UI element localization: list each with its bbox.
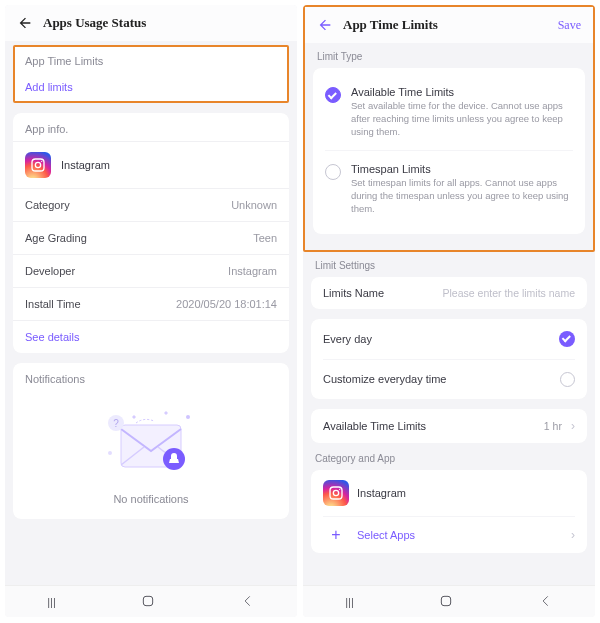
svg-point-11	[333, 490, 338, 495]
limit-settings-label: Limit Settings	[315, 260, 583, 271]
app-time-limits-card: App Time Limits Add limits	[13, 45, 289, 103]
save-button[interactable]: Save	[558, 18, 581, 33]
radio-unchecked-icon	[325, 164, 341, 180]
check-circle-icon	[559, 331, 575, 347]
app-time-limits-screen: App Time Limits Save Limit Type Availabl…	[303, 5, 595, 617]
limits-name-label: Limits Name	[323, 287, 384, 299]
schedule-card: Every day Customize everyday time	[311, 319, 587, 399]
svg-rect-13	[442, 596, 451, 605]
add-limits-link[interactable]: Add limits	[25, 81, 277, 93]
radio-checked-icon	[325, 87, 341, 103]
recents-icon[interactable]: |||	[345, 596, 354, 608]
customize-time-row[interactable]: Customize everyday time	[323, 359, 575, 399]
option-available-time[interactable]: Available Time Limits Set available time…	[325, 78, 573, 146]
svg-rect-10	[330, 487, 342, 499]
back-icon[interactable]	[317, 17, 333, 33]
svg-rect-0	[32, 159, 44, 171]
chevron-right-icon: ›	[571, 528, 575, 542]
category-app-card: Instagram + Select Apps ›	[311, 470, 587, 553]
option-timespan[interactable]: Timespan Limits Set timespan limits for …	[325, 150, 573, 223]
home-icon[interactable]	[140, 593, 156, 611]
app-name: Instagram	[61, 159, 277, 171]
svg-point-8	[108, 451, 112, 455]
available-time-row[interactable]: Available Time Limits 1 hr ›	[311, 409, 587, 443]
svg-point-7	[186, 415, 190, 419]
available-time-value: 1 hr	[544, 420, 562, 432]
table-row: Developer Instagram	[13, 254, 289, 287]
recents-icon[interactable]: |||	[47, 596, 56, 608]
header: App Time Limits Save	[305, 7, 593, 43]
svg-text:?: ?	[113, 418, 119, 429]
no-notifications-text: No notifications	[113, 493, 188, 505]
limit-type-card: Available Time Limits Set available time…	[313, 68, 585, 234]
empty-notifications-illustration: ? No notifications	[13, 385, 289, 519]
plus-icon: +	[323, 527, 349, 543]
table-row: Age Grading Teen	[13, 221, 289, 254]
select-apps-row[interactable]: + Select Apps ›	[323, 516, 575, 553]
app-info-card: App info. Instagram Category Unknown Age…	[13, 113, 289, 353]
android-nav-bar: |||	[303, 585, 595, 617]
limits-name-input[interactable]: Please enter the limits name	[443, 287, 575, 299]
instagram-icon	[323, 480, 349, 506]
table-row: Category Unknown	[13, 188, 289, 221]
back-icon[interactable]	[17, 15, 33, 31]
back-nav-icon[interactable]	[241, 594, 255, 610]
limit-type-highlight: App Time Limits Save Limit Type Availabl…	[303, 5, 595, 252]
table-row: Install Time 2020/05/20 18:01:14	[13, 287, 289, 320]
app-time-limits-title: App Time Limits	[25, 55, 277, 67]
apps-usage-screen: Apps Usage Status App Time Limits Add li…	[5, 5, 297, 617]
available-time-label: Available Time Limits	[323, 420, 426, 432]
limit-type-label: Limit Type	[317, 51, 581, 62]
every-day-row[interactable]: Every day	[323, 319, 575, 359]
back-nav-icon[interactable]	[539, 594, 553, 610]
app-name: Instagram	[357, 487, 406, 499]
instagram-icon	[25, 152, 51, 178]
select-apps-label: Select Apps	[357, 529, 557, 541]
notifications-card: Notifications ? No notifications	[13, 363, 289, 519]
category-app-label: Category and App	[315, 453, 583, 464]
radio-unchecked-icon	[560, 372, 575, 387]
chevron-right-icon: ›	[571, 419, 575, 433]
svg-point-12	[339, 489, 340, 490]
home-icon[interactable]	[438, 593, 454, 611]
svg-point-2	[41, 161, 42, 162]
page-title: App Time Limits	[343, 17, 548, 33]
svg-point-1	[35, 162, 40, 167]
app-info-header: Instagram	[13, 141, 289, 188]
limits-name-row[interactable]: Limits Name Please enter the limits name	[311, 277, 587, 309]
see-details-link[interactable]: See details	[13, 320, 289, 353]
notifications-label: Notifications	[13, 363, 289, 385]
header: Apps Usage Status	[5, 5, 297, 41]
svg-rect-9	[144, 596, 153, 605]
app-info-label: App info.	[13, 113, 289, 141]
android-nav-bar: |||	[5, 585, 297, 617]
app-row: Instagram	[323, 470, 575, 516]
page-title: Apps Usage Status	[43, 15, 285, 31]
